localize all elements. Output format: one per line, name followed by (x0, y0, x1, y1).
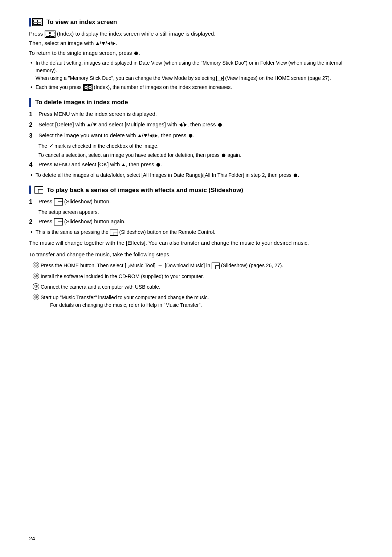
section-slideshow: To play back a series of images with eff… (29, 186, 363, 309)
step-content-1: Press MENU while the index screen is dis… (38, 110, 363, 118)
delete-bar-icon (29, 98, 31, 107)
step-3: 3 Select the image you want to delete wi… (29, 131, 363, 140)
slideshow-bullet-1: This is the same as pressing the (Slides… (36, 228, 363, 236)
step-2: 2 Select [Delete] with / and select [Mul… (29, 121, 363, 129)
heading-delete-images: To delete images in index mode (29, 98, 363, 107)
section-delete-images: To delete images in index mode 1 Press M… (29, 98, 363, 179)
index-icon (29, 18, 43, 27)
circle-content-3: Connect the camera and a computer with U… (41, 283, 363, 291)
heading-index-screen: To view an index screen (29, 17, 363, 27)
step-1: 1 Press MENU while the index screen is d… (29, 110, 363, 119)
circle-content-1: Press the HOME button. Then select [ ♪Mu… (41, 262, 363, 270)
circle-item-2: ② Install the software included in the C… (33, 273, 363, 280)
step-content-4: Press MENU and select [OK] with , then p… (38, 160, 363, 169)
slideshow-step-2: 2 Press (Slideshow) button again. (29, 217, 363, 226)
slideshow-step-num-1: 1 (29, 198, 37, 206)
circle-num-4: ④ (33, 294, 39, 300)
circle-content-4: Start up "Music Transfer" installed to y… (41, 294, 363, 309)
slideshow-step-content-1: Press (Slideshow) button. (38, 198, 363, 206)
slideshow-step-1: 1 Press (Slideshow) button. (29, 198, 363, 206)
step-num-1: 1 (29, 110, 37, 119)
index-para-2: Then, select an image with ///. (29, 39, 363, 48)
step-num-3: 3 (29, 131, 37, 140)
circle-content-4-sub: For details on changing the music, refer… (50, 302, 202, 308)
page-number: 24 (29, 534, 35, 543)
heading-slideshow: To play back a series of images with eff… (29, 186, 363, 195)
delete-bullet-1: To delete all the images of a date/folde… (36, 171, 363, 179)
slideshow-step-num-2: 2 (29, 217, 37, 226)
index-para-1: Press (Index) to display the index scree… (29, 30, 363, 38)
step3-note-2: To cancel a selection, select an image y… (38, 151, 363, 159)
slideshow-para-1: The music will change together with the … (29, 239, 363, 247)
circle-num-2: ② (33, 273, 39, 279)
slideshow-icon-img (34, 186, 43, 194)
circle-num-1: ① (33, 262, 39, 268)
slideshow-bar-icon (29, 186, 31, 194)
circle-num-3: ③ (33, 283, 39, 290)
step-4: 4 Press MENU and select [OK] with , then… (29, 160, 363, 169)
index-bullet-2: Each time you press (Index), the number … (36, 84, 363, 91)
section-index-screen: To view an index screen Press (Index) to… (29, 17, 363, 91)
slideshow-para-2: To transfer and change the music, take t… (29, 251, 363, 259)
heading-delete-text: To delete images in index mode (35, 98, 128, 107)
step-num-4: 4 (29, 160, 37, 169)
circle-item-3: ③ Connect the camera and a computer with… (33, 283, 363, 291)
heading-slideshow-text: To play back a series of images with eff… (47, 186, 243, 195)
slideshow-step-content-2: Press (Slideshow) button again. (38, 217, 363, 226)
step-content-3: Select the image you want to delete with… (38, 131, 363, 140)
index-bullet-1: In the default setting, images are displ… (36, 59, 363, 82)
step-content-2: Select [Delete] with / and select [Multi… (38, 121, 363, 129)
index-para-3: To return to the single image screen, pr… (29, 49, 363, 57)
circle-content-2: Install the software included in the CD-… (41, 273, 363, 280)
circle-item-4: ④ Start up "Music Transfer" installed to… (33, 294, 363, 309)
slideshow-step1-note: The setup screen appears. (38, 208, 363, 216)
step3-note-1: The ✓ mark is checked in the checkbox of… (38, 142, 363, 150)
heading-index-screen-text: To view an index screen (46, 17, 117, 27)
circle-item-1: ① Press the HOME button. Then select [ ♪… (33, 262, 363, 270)
step-num-2: 2 (29, 121, 37, 129)
